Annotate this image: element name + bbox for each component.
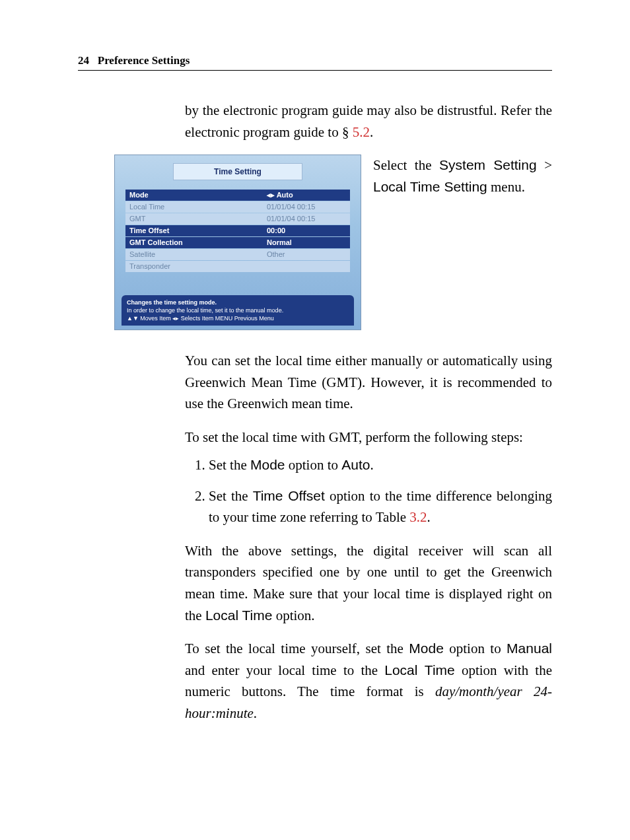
- row-label: GMT: [125, 213, 263, 225]
- step1-pre: Set the: [209, 457, 250, 473]
- row-label: GMT Collection: [125, 237, 263, 248]
- row-label: Transponder: [125, 261, 263, 272]
- p5-local-time: Local Time: [384, 662, 455, 678]
- intro-paragraph: by the electronic program guide may also…: [185, 100, 552, 143]
- row-time-offset[interactable]: Time Offset 00:00: [125, 225, 350, 236]
- row-label: Mode: [125, 190, 263, 201]
- steps-list: Set the Mode option to Auto. Set the Tim…: [185, 454, 552, 528]
- paragraph-gmt-intro: You can set the local time either manual…: [185, 350, 552, 415]
- caption-pre: Select the: [373, 157, 439, 173]
- screenshot-rows: Mode ◂▸ Auto Local Time 01/01/04 00:15 G…: [125, 190, 350, 272]
- row-local-time: Local Time 01/01/04 00:15: [125, 201, 350, 213]
- row-value: ◂▸ Auto: [263, 190, 350, 201]
- p5-b: option to: [444, 641, 507, 656]
- running-header: 24 Preference Settings: [78, 54, 552, 71]
- p4-local-time: Local Time: [205, 608, 273, 623]
- section-title: Preference Settings: [98, 54, 190, 67]
- intro-post: .: [370, 124, 373, 140]
- menu-path-b: Local Time Setting: [373, 179, 487, 194]
- page-number: 24: [78, 54, 89, 67]
- hint-line-3: ▲▼ Moves Item ◂▸ Selects Item MENU Previ…: [127, 314, 349, 322]
- row-value: Normal: [263, 237, 350, 248]
- step1-post: .: [370, 457, 374, 473]
- step2-pre: Set the: [209, 488, 253, 504]
- figure-caption: Select the System Setting > Local Time S…: [373, 155, 552, 197]
- row-value: 00:00: [263, 225, 350, 236]
- step1-mode: Mode: [250, 457, 285, 472]
- row-label: Time Offset: [125, 225, 263, 236]
- hint-line-2: In order to change the local time, set i…: [127, 306, 349, 314]
- row-value: Other: [263, 249, 350, 260]
- screenshot-title: Time Setting: [173, 163, 302, 180]
- menu-path-a: System Setting: [439, 157, 537, 172]
- row-transponder: Transponder: [125, 261, 350, 272]
- row-value: 01/01/04 00:15: [263, 201, 350, 213]
- row-gmt-collection[interactable]: GMT Collection Normal: [125, 237, 350, 248]
- paragraph-scan: With the above settings, the digital rec…: [185, 540, 552, 626]
- p5-e: .: [254, 705, 257, 721]
- caption-post: menu.: [487, 179, 525, 195]
- row-label: Satellite: [125, 249, 263, 260]
- p5-a: To set the local time yourself, set the: [185, 641, 409, 656]
- paragraph-steps-lead: To set the local time with GMT, perform …: [185, 427, 552, 448]
- row-gmt: GMT 01/01/04 00:15: [125, 213, 350, 225]
- step2-to: Time Offset: [253, 488, 325, 503]
- step2-post: .: [427, 509, 431, 525]
- step-2: Set the Time Offset option to the time d…: [209, 485, 552, 528]
- step1-auto: Auto: [341, 457, 370, 472]
- page: 24 Preference Settings by the electronic…: [0, 0, 630, 840]
- menu-sep: >: [537, 157, 552, 173]
- p5-manual: Manual: [507, 641, 552, 656]
- row-value: 01/01/04 00:15: [263, 213, 350, 225]
- time-setting-screenshot: Time Setting Mode ◂▸ Auto Local Time 01/…: [114, 155, 361, 330]
- row-value: [263, 261, 350, 272]
- hint-line-1: Changes the time setting mode.: [127, 299, 217, 306]
- row-satellite: Satellite Other: [125, 249, 350, 260]
- figure-row: Time Setting Mode ◂▸ Auto Local Time 01/…: [114, 155, 552, 330]
- screenshot-footer: Changes the time setting mode. In order …: [122, 295, 354, 326]
- p5-c: and enter your local time to the: [185, 662, 384, 678]
- step1-mid: option to: [285, 457, 342, 473]
- section-link-5-2[interactable]: 5.2: [353, 124, 370, 140]
- step-1: Set the Mode option to Auto.: [209, 454, 552, 476]
- row-mode[interactable]: Mode ◂▸ Auto: [125, 190, 350, 201]
- p4-post: option.: [272, 608, 314, 623]
- row-label: Local Time: [125, 201, 263, 213]
- table-link-3-2[interactable]: 3.2: [409, 509, 427, 525]
- paragraph-manual: To set the local time yourself, set the …: [185, 638, 552, 724]
- p5-mode: Mode: [409, 641, 444, 656]
